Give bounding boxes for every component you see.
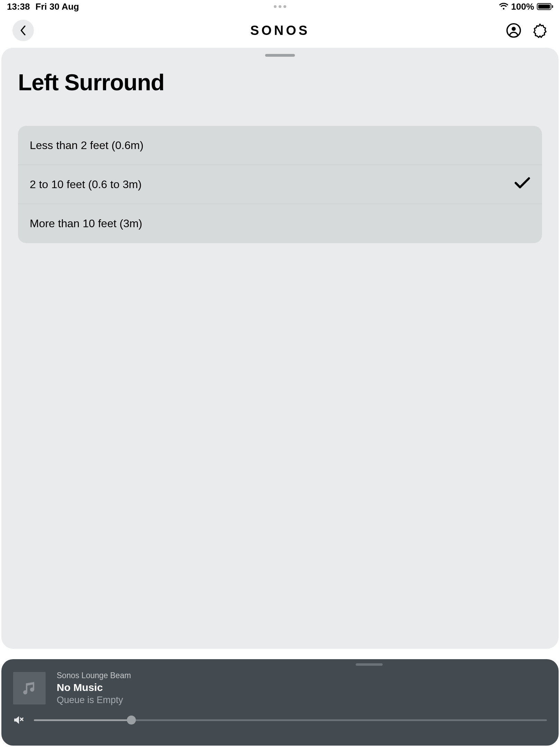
music-note-icon bbox=[21, 680, 38, 697]
player-room-name: Sonos Lounge Beam bbox=[57, 671, 131, 680]
mini-player[interactable]: Sonos Lounge Beam No Music Queue is Empt… bbox=[1, 659, 559, 746]
checkmark-icon bbox=[514, 177, 530, 192]
account-icon bbox=[506, 23, 521, 38]
player-subtitle: Queue is Empty bbox=[57, 695, 131, 706]
option-more-than-10ft[interactable]: More than 10 feet (3m) bbox=[18, 204, 542, 243]
brand-logo: SONOS bbox=[250, 23, 310, 38]
sheet-handle[interactable] bbox=[265, 54, 295, 57]
mute-icon[interactable] bbox=[13, 715, 25, 725]
option-less-than-2ft[interactable]: Less than 2 feet (0.6m) bbox=[18, 126, 542, 165]
account-button[interactable] bbox=[506, 23, 521, 38]
app-header: SONOS bbox=[0, 13, 560, 48]
option-label: More than 10 feet (3m) bbox=[30, 217, 142, 230]
status-bar: 13:38 Fri 30 Aug 100% bbox=[0, 0, 560, 13]
wifi-icon bbox=[499, 3, 508, 10]
status-date: Fri 30 Aug bbox=[36, 1, 79, 12]
player-track-title: No Music bbox=[57, 682, 131, 693]
volume-slider-thumb[interactable] bbox=[127, 716, 136, 725]
album-art-placeholder bbox=[13, 672, 46, 704]
player-sheet-handle[interactable] bbox=[356, 663, 383, 666]
status-time: 13:38 bbox=[7, 1, 30, 12]
option-label: Less than 2 feet (0.6m) bbox=[30, 139, 143, 152]
svg-point-1 bbox=[512, 27, 516, 31]
dot-icon bbox=[274, 5, 277, 8]
option-2-to-10ft[interactable]: 2 to 10 feet (0.6 to 3m) bbox=[18, 165, 542, 204]
page-title: Left Surround bbox=[18, 69, 559, 95]
settings-panel: Left Surround Less than 2 feet (0.6m) 2 … bbox=[1, 48, 559, 649]
volume-slider[interactable] bbox=[34, 719, 547, 721]
battery-percent: 100% bbox=[511, 1, 534, 12]
settings-button[interactable] bbox=[532, 23, 548, 38]
chevron-left-icon bbox=[20, 26, 27, 35]
gear-icon bbox=[532, 23, 548, 38]
back-button[interactable] bbox=[12, 20, 34, 41]
dot-icon bbox=[283, 5, 286, 8]
option-label: 2 to 10 feet (0.6 to 3m) bbox=[30, 178, 142, 191]
battery-icon bbox=[537, 3, 553, 10]
distance-options-list: Less than 2 feet (0.6m) 2 to 10 feet (0.… bbox=[18, 126, 542, 243]
dot-icon bbox=[279, 5, 281, 8]
multitask-dots[interactable] bbox=[274, 5, 286, 8]
